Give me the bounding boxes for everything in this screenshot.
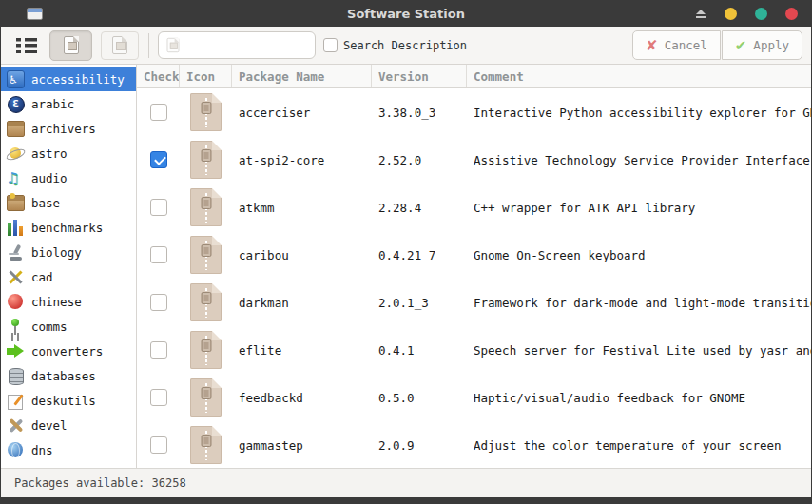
cancel-x-icon: ✘ (646, 37, 658, 54)
databases-icon (7, 367, 25, 385)
sidebar-item-label: audio (31, 171, 68, 185)
column-header-package-name[interactable]: Package Name (232, 65, 372, 87)
package-comment: Gnome On-Screen keyboard (467, 248, 811, 262)
window-menu-icon[interactable] (27, 8, 43, 20)
row-checkbox[interactable] (150, 436, 167, 454)
search-input[interactable] (181, 39, 315, 52)
software-station-window: Software Station Search Descript (0, 0, 812, 504)
search-description-checkbox[interactable] (323, 38, 338, 52)
list-view-icon (16, 37, 37, 53)
sidebar-item-benchmarks[interactable]: benchmarks (1, 215, 136, 240)
sidebar-item-audio[interactable]: audio (1, 165, 136, 190)
sidebar-item-label: accessibility (31, 72, 125, 87)
sidebar-item-base[interactable]: base (1, 190, 136, 215)
package-version: 0.4.1 (372, 343, 467, 358)
search-package-icon (167, 38, 180, 52)
sidebar-item-label: deskutils (31, 394, 96, 408)
sidebar-item-dns[interactable]: dns (1, 437, 136, 462)
installed-packages-toggle[interactable] (101, 31, 139, 60)
sidebar-item-deskutils[interactable]: deskutils (1, 388, 136, 413)
package-name: darkman (232, 296, 372, 310)
table-row[interactable]: eflite 0.4.1 Speech server for Festival … (137, 326, 811, 374)
package-version: 0.5.0 (372, 391, 467, 405)
row-checkbox[interactable] (150, 389, 167, 406)
sidebar-item-arabic[interactable]: arabic (1, 91, 136, 116)
archivers-icon (7, 121, 25, 137)
package-comment: Adjust the color temperature of your scr… (467, 438, 811, 453)
category-list-button[interactable] (10, 31, 43, 60)
package-comment: Framework for dark-mode and light-mode t… (467, 296, 811, 310)
row-checkbox[interactable] (150, 151, 167, 168)
biology-icon (7, 243, 25, 262)
available-packages-toggle[interactable] (49, 30, 92, 61)
package-version: 2.0.1_3 (372, 296, 467, 310)
titlebar[interactable]: Software Station (1, 0, 811, 27)
packages-available-text: Packages available: 36258 (14, 476, 186, 490)
package-icon (190, 283, 222, 321)
zipper-icon (201, 339, 211, 352)
sidebar-item-label: databases (31, 369, 96, 383)
table-row[interactable]: gammastep 2.0.9 Adjust the color tempera… (137, 421, 811, 468)
package-icon (190, 378, 222, 417)
sidebar-item-biology[interactable]: biology (1, 240, 136, 264)
column-header-version[interactable]: Version (372, 65, 467, 87)
table-row[interactable]: atkmm 2.28.4 C++ wrapper for ATK API lib… (137, 184, 811, 231)
sidebar-item-label: arabic (31, 97, 74, 111)
search-description-option: Search Description (323, 38, 467, 52)
package-comment: Interactive Python accessibility explore… (467, 106, 811, 120)
row-checkbox[interactable] (150, 104, 167, 121)
sidebar-item-astro[interactable]: astro (1, 141, 136, 165)
package-table: Check Icon Package Name Version Comment … (137, 65, 811, 468)
sidebar-item-label: astro (31, 146, 68, 161)
zipper-icon (201, 102, 211, 114)
sidebar-item-label: comms (31, 320, 68, 334)
package-version: 2.52.0 (372, 153, 467, 167)
sidebar-item-devel[interactable]: devel (1, 413, 136, 437)
sidebar-item-label: converters (31, 344, 103, 359)
window-title: Software Station (1, 7, 811, 21)
package-name: atkmm (232, 201, 372, 215)
eject-icon (696, 10, 706, 14)
column-header-check[interactable]: Check (137, 65, 180, 87)
accessibility-icon (7, 70, 25, 88)
column-header-icon[interactable]: Icon (180, 65, 232, 87)
row-checkbox[interactable] (150, 294, 167, 311)
sidebar-item-cad[interactable]: cad (1, 264, 136, 289)
table-row[interactable]: feedbackd 0.5.0 Haptic/visual/audio feed… (137, 374, 811, 421)
shade-button[interactable] (695, 9, 706, 18)
row-checkbox[interactable] (150, 246, 167, 263)
package-comment: C++ wrapper for ATK API library (467, 201, 811, 215)
cancel-button[interactable]: ✘ Cancel (632, 30, 721, 60)
apply-button[interactable]: ✔ Apply (722, 30, 802, 60)
search-box[interactable] (158, 31, 316, 59)
sidebar-item-accessibility[interactable]: accessibility (1, 67, 136, 91)
sidebar-item-converters[interactable]: converters (1, 339, 136, 363)
statusbar: Packages available: 36258 (1, 468, 811, 497)
row-checkbox[interactable] (150, 199, 167, 216)
zipper-icon (201, 149, 211, 162)
table-row[interactable]: caribou 0.4.21_7 Gnome On-Screen keyboar… (137, 231, 811, 279)
base-icon (7, 195, 25, 211)
package-icon (190, 188, 222, 226)
main-area: accessibility arabic archivers astro aud… (1, 65, 811, 468)
package-version: 2.0.9 (372, 438, 467, 453)
close-button[interactable] (785, 8, 798, 20)
astro-icon (7, 145, 25, 163)
apply-label: Apply (753, 38, 789, 52)
sidebar-item-databases[interactable]: databases (1, 363, 136, 388)
sidebar-item-comms[interactable]: comms (1, 314, 136, 339)
table-row[interactable]: darkman 2.0.1_3 Framework for dark-mode … (137, 279, 811, 326)
sidebar-item-chinese[interactable]: chinese (1, 289, 136, 314)
minimize-button[interactable] (725, 8, 737, 20)
table-row[interactable]: accerciser 3.38.0_3 Interactive Python a… (137, 88, 811, 136)
search-description-label: Search Description (343, 39, 467, 52)
package-file-icon (112, 36, 127, 54)
sidebar-item-label: cad (31, 270, 53, 284)
package-icon (190, 236, 222, 274)
table-row[interactable]: at-spi2-core 2.52.0 Assistive Technology… (137, 136, 811, 184)
row-checkbox[interactable] (150, 341, 167, 359)
package-name: accerciser (232, 106, 372, 120)
maximize-button[interactable] (755, 8, 767, 20)
column-header-comment[interactable]: Comment (467, 65, 811, 87)
sidebar-item-archivers[interactable]: archivers (1, 116, 136, 141)
